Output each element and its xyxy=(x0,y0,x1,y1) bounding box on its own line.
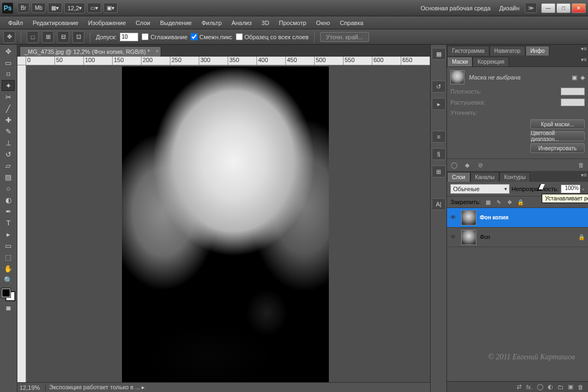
blend-mode-dropdown[interactable]: Обычные▼ xyxy=(450,184,509,194)
pen-tool-icon[interactable]: ✒ xyxy=(2,206,15,217)
lasso-tool-icon[interactable]: ⌑ xyxy=(2,69,15,79)
load-selection-icon[interactable]: ◯ xyxy=(449,161,459,169)
delete-mask-icon[interactable]: 🗑 xyxy=(576,161,586,169)
history-brush-tool-icon[interactable]: ↺ xyxy=(2,149,15,160)
menu-analysis[interactable]: Анализ xyxy=(226,18,256,28)
panel-menu-icon[interactable]: ▾≡ xyxy=(581,172,587,178)
tab-layers[interactable]: Слои xyxy=(447,172,470,182)
layer-thumbnail[interactable] xyxy=(461,230,476,245)
color-swatches[interactable] xyxy=(1,287,16,302)
layer-row[interactable]: 👁 Фон 🔒 xyxy=(447,228,588,247)
tool-preset-icon[interactable]: ✥ xyxy=(3,31,15,43)
panel-menu-icon[interactable]: ▾≡ xyxy=(581,46,587,52)
close-button[interactable]: ✕ xyxy=(572,3,586,13)
menu-edit[interactable]: Редактирование xyxy=(28,18,83,28)
dock-icon-tool-presets[interactable]: ⊞ xyxy=(432,166,446,177)
density-value[interactable] xyxy=(561,88,585,95)
visibility-icon[interactable]: 👁 xyxy=(450,214,458,222)
contiguous-checkbox[interactable]: Смежн.пикс xyxy=(191,33,232,40)
selection-new-icon[interactable]: □ xyxy=(27,31,39,43)
brush-tool-icon[interactable]: ✎ xyxy=(2,126,15,137)
menu-filter[interactable]: Фильтр xyxy=(197,18,226,28)
close-tab-icon[interactable]: × xyxy=(156,48,158,54)
minibridge-icon[interactable]: Mb xyxy=(32,3,46,13)
vector-mask-icon[interactable]: ◈ xyxy=(580,74,585,81)
selection-add-icon[interactable]: ⊞ xyxy=(42,31,54,43)
status-zoom[interactable]: 12,19% xyxy=(17,384,46,391)
menu-window[interactable]: Окно xyxy=(311,18,335,28)
layer-name[interactable]: Фон копия xyxy=(480,215,508,220)
crop-tool-icon[interactable]: ✂ xyxy=(2,91,15,102)
marquee-tool-icon[interactable]: ▭ xyxy=(2,57,15,68)
mask-edge-button[interactable]: Край маски... xyxy=(530,119,585,129)
selection-intersect-icon[interactable]: ⊡ xyxy=(72,31,84,43)
menu-layer[interactable]: Слои xyxy=(131,18,155,28)
new-layer-icon[interactable]: ▣ xyxy=(568,383,573,390)
tab-histogram[interactable]: Гистограмма xyxy=(447,46,489,56)
menu-3d[interactable]: 3D xyxy=(256,18,274,28)
blur-tool-icon[interactable]: ○ xyxy=(2,183,15,194)
refine-edge-button[interactable]: Уточн. край... xyxy=(320,32,369,42)
layer-thumbnail[interactable] xyxy=(461,210,476,225)
tolerance-input[interactable] xyxy=(120,33,138,41)
disable-mask-icon[interactable]: ⊘ xyxy=(475,161,485,169)
dock-icon-clone[interactable]: § xyxy=(432,148,446,160)
dock-icon-character[interactable]: A| xyxy=(432,198,446,210)
dock-icon-history[interactable]: ↺ xyxy=(432,81,446,93)
layer-mask-icon[interactable]: ◯ xyxy=(537,383,543,390)
screen-mode-icon[interactable]: ▣▾ xyxy=(103,3,118,13)
sample-all-layers-checkbox[interactable]: Образец со всех слоев xyxy=(236,33,309,40)
dock-icon-actions[interactable]: ▸ xyxy=(432,98,446,110)
eyedropper-tool-icon[interactable]: ╱ xyxy=(2,103,15,114)
selection-subtract-icon[interactable]: ⊟ xyxy=(57,31,69,43)
antialias-checkbox[interactable]: Сглаживание xyxy=(142,33,187,40)
layer-row[interactable]: 👁 Фон копия xyxy=(447,208,588,228)
adjustment-layer-icon[interactable]: ◐ xyxy=(548,383,553,390)
menu-image[interactable]: Изображение xyxy=(83,18,131,28)
layer-fx-icon[interactable]: fx. xyxy=(526,384,532,390)
tab-adjustments[interactable]: Коррекция xyxy=(473,57,509,66)
menu-select[interactable]: Выделение xyxy=(155,18,197,28)
move-tool-icon[interactable]: ✥ xyxy=(2,46,15,57)
minimize-button[interactable]: — xyxy=(541,3,555,13)
gradient-tool-icon[interactable]: ▨ xyxy=(2,171,15,182)
feather-value[interactable] xyxy=(561,99,585,106)
magic-wand-tool-icon[interactable]: ✦ xyxy=(2,80,15,91)
quickmask-icon[interactable]: ◙ xyxy=(2,302,15,313)
foreground-color-swatch[interactable] xyxy=(2,289,10,297)
invert-button[interactable]: Инвертировать xyxy=(530,143,585,153)
path-select-tool-icon[interactable]: ▸ xyxy=(2,229,15,240)
dock-icon-brush[interactable]: ≡ xyxy=(432,131,446,143)
maximize-button[interactable]: □ xyxy=(556,3,571,13)
color-range-button[interactable]: Цветовой диапазон... xyxy=(530,131,585,141)
opacity-flyout-icon[interactable]: ▸ xyxy=(583,187,585,192)
hand-tool-icon[interactable]: ✋ xyxy=(2,263,15,274)
tab-info[interactable]: Инфо xyxy=(525,46,550,56)
dodge-tool-icon[interactable]: ◐ xyxy=(2,194,15,205)
dock-icon-swatches[interactable]: ▦ xyxy=(432,48,446,60)
visibility-icon[interactable]: 👁 xyxy=(450,234,458,241)
workspace-design[interactable]: Дизайн xyxy=(495,5,524,11)
lock-all-icon[interactable]: 🔒 xyxy=(517,198,524,206)
lock-transparency-icon[interactable]: ▦ xyxy=(484,198,492,206)
stamp-tool-icon[interactable]: ⊥ xyxy=(2,137,15,148)
opacity-input[interactable]: 100% xyxy=(561,185,580,193)
delete-layer-icon[interactable]: 🗑 xyxy=(578,384,584,390)
tab-masks[interactable]: Маски xyxy=(447,57,473,66)
menu-view[interactable]: Просмотр xyxy=(274,18,311,28)
view-extras-icon[interactable]: ▦▾ xyxy=(48,3,62,13)
lock-position-icon[interactable]: ✥ xyxy=(506,198,513,206)
bridge-icon[interactable]: Br xyxy=(17,3,29,13)
layer-name[interactable]: Фон xyxy=(480,234,490,240)
apply-mask-icon[interactable]: ◆ xyxy=(462,161,472,169)
healing-tool-icon[interactable]: ✚ xyxy=(2,114,15,125)
zoom-level-dropdown[interactable]: 12,2 ▾ xyxy=(64,3,85,14)
menu-help[interactable]: Справка xyxy=(335,18,368,28)
document-tab[interactable]: _MG_4735.jpg @ 12,2% (Фон копия, RGB/8) … xyxy=(20,46,161,57)
tab-channels[interactable]: Каналы xyxy=(470,172,500,182)
panel-menu-icon[interactable]: ▾≡ xyxy=(581,57,587,63)
workspace-more-icon[interactable]: ≫ xyxy=(525,3,537,13)
arrange-icon[interactable]: ▭▾ xyxy=(87,3,101,13)
tab-paths[interactable]: Контуры xyxy=(499,172,530,182)
lock-image-icon[interactable]: ✎ xyxy=(495,198,503,206)
